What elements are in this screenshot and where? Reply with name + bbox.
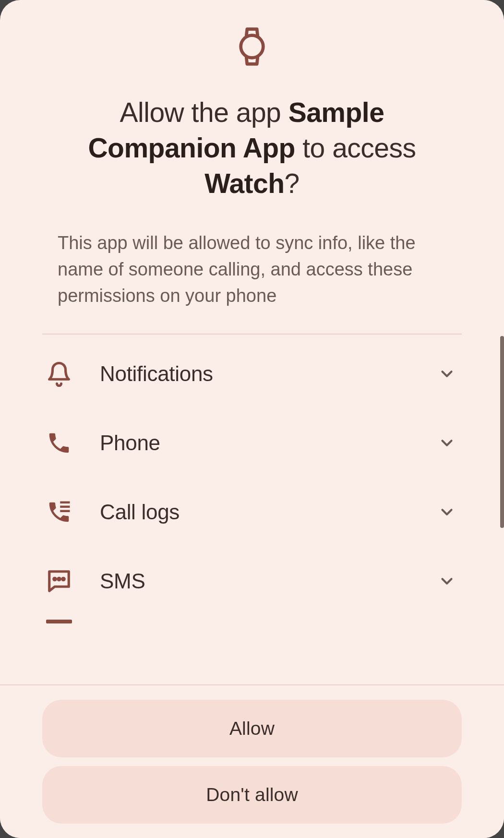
bell-icon	[46, 361, 72, 387]
permission-item-partial	[42, 616, 462, 624]
chevron-down-icon	[438, 434, 456, 452]
permission-item-phone[interactable]: Phone	[42, 408, 462, 478]
phone-icon	[46, 430, 72, 456]
title-middle: to access	[295, 132, 416, 163]
target-device: Watch	[204, 168, 284, 199]
chevron-down-icon	[438, 572, 456, 590]
scroll-indicator[interactable]	[500, 336, 504, 528]
svg-rect-3	[60, 510, 70, 512]
svg-rect-1	[60, 501, 70, 503]
svg-point-5	[58, 578, 60, 580]
permission-item-call-logs[interactable]: Call logs	[42, 478, 462, 547]
watch-icon	[235, 26, 269, 67]
partial-icon-fragment	[46, 620, 72, 623]
svg-point-0	[241, 36, 264, 58]
permission-item-sms[interactable]: SMS	[42, 547, 462, 616]
call-logs-icon	[46, 499, 72, 525]
permission-list: Notifications Phone Call logs	[0, 335, 504, 684]
title-suffix: ?	[285, 168, 300, 199]
permission-label: SMS	[72, 569, 438, 593]
deny-button[interactable]: Don't allow	[42, 766, 462, 824]
permission-label: Notifications	[72, 362, 438, 386]
permission-dialog: Allow the app Sample Companion App to ac…	[0, 0, 504, 838]
permission-item-notifications[interactable]: Notifications	[42, 339, 462, 408]
svg-rect-2	[60, 505, 70, 508]
chevron-down-icon	[438, 365, 456, 383]
sms-icon	[46, 568, 72, 594]
dialog-header: Allow the app Sample Companion App to ac…	[0, 0, 504, 201]
chevron-down-icon	[438, 503, 456, 521]
permission-label: Call logs	[72, 500, 438, 524]
dialog-description: This app will be allowed to sync info, l…	[0, 201, 504, 309]
dialog-title: Allow the app Sample Companion App to ac…	[43, 95, 461, 201]
svg-point-6	[62, 578, 65, 580]
allow-button[interactable]: Allow	[42, 700, 462, 757]
permission-label: Phone	[72, 431, 438, 455]
dialog-actions: Allow Don't allow	[0, 684, 504, 838]
title-prefix: Allow the app	[120, 97, 288, 128]
svg-point-4	[54, 578, 56, 580]
